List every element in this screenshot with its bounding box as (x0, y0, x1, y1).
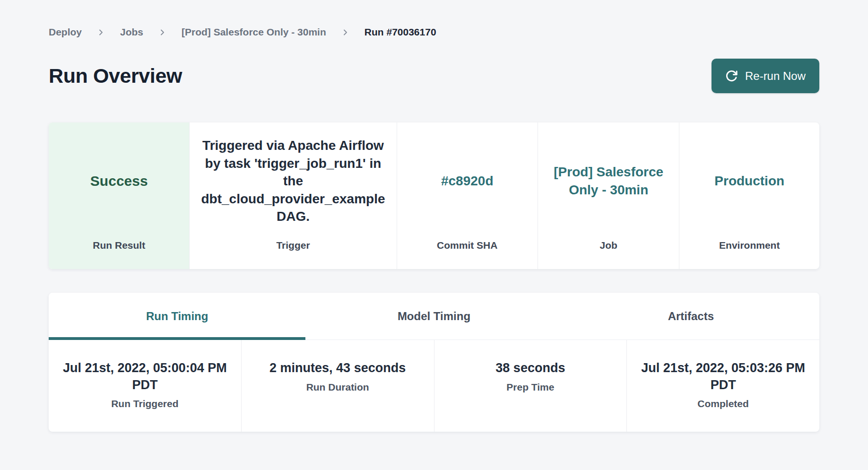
refresh-icon (725, 70, 738, 82)
run-summary-card: Success Run Result Triggered via Apache … (49, 122, 819, 269)
tab-bar: Run Timing Model Timing Artifacts (49, 293, 819, 340)
run-duration-value: 2 minutes, 43 seconds (256, 360, 419, 377)
chevron-right-icon (97, 29, 104, 36)
breadcrumb-item-run-number: Run #70036170 (365, 26, 436, 38)
environment-cell: Production Environment (679, 122, 819, 269)
tab-artifacts[interactable]: Artifacts (563, 293, 819, 339)
prep-time-value: 38 seconds (482, 360, 578, 377)
page-title: Run Overview (49, 64, 182, 87)
rerun-now-button[interactable]: Re-run Now (712, 59, 819, 93)
environment-label: Environment (719, 240, 780, 269)
run-overview-page: Deploy Jobs [Prod] Salesforce Only - 30m… (0, 0, 868, 432)
run-duration-cell: 2 minutes, 43 seconds Run Duration (242, 340, 434, 432)
completed-label: Completed (697, 398, 749, 409)
run-duration-label: Run Duration (306, 382, 369, 393)
environment-link[interactable]: Production (714, 172, 784, 190)
commit-sha-link[interactable]: #c8920d (441, 172, 494, 190)
chevron-right-icon (342, 29, 349, 36)
breadcrumb-item-jobs[interactable]: Jobs (120, 26, 143, 38)
chevron-right-icon (159, 29, 166, 36)
completed-cell: Jul 21st, 2022, 05:03:26 PM PDT Complete… (627, 340, 819, 432)
tab-run-timing[interactable]: Run Timing (49, 293, 305, 339)
prep-time-cell: 38 seconds Prep Time (434, 340, 627, 432)
run-triggered-cell: Jul 21st, 2022, 05:00:04 PM PDT Run Trig… (49, 340, 242, 432)
run-result-cell: Success Run Result (49, 122, 190, 269)
run-detail-card: Run Timing Model Timing Artifacts Jul 21… (49, 293, 819, 432)
trigger-label: Trigger (276, 240, 310, 269)
run-timing-panel: Jul 21st, 2022, 05:00:04 PM PDT Run Trig… (49, 340, 819, 432)
commit-sha-cell: #c8920d Commit SHA (397, 122, 538, 269)
trigger-cell: Triggered via Apache Airflow by task 'tr… (190, 122, 397, 269)
job-label: Job (600, 240, 617, 269)
run-triggered-label: Run Triggered (111, 398, 178, 409)
rerun-now-button-label: Re-run Now (745, 70, 806, 83)
header-row: Run Overview Re-run Now (49, 59, 819, 93)
run-triggered-value: Jul 21st, 2022, 05:00:04 PM PDT (49, 360, 241, 393)
commit-sha-label: Commit SHA (437, 240, 497, 269)
prep-time-label: Prep Time (506, 382, 554, 393)
completed-value: Jul 21st, 2022, 05:03:26 PM PDT (627, 360, 819, 393)
job-cell: [Prod] Salesforce Only - 30min Job (538, 122, 679, 269)
trigger-value: Triggered via Apache Airflow by task 'tr… (201, 137, 385, 226)
run-result-label: Run Result (93, 240, 145, 269)
job-link[interactable]: [Prod] Salesforce Only - 30min (549, 163, 668, 199)
run-result-value: Success (90, 172, 148, 191)
tab-model-timing[interactable]: Model Timing (305, 293, 562, 339)
breadcrumb: Deploy Jobs [Prod] Salesforce Only - 30m… (49, 0, 819, 38)
breadcrumb-item-job-name[interactable]: [Prod] Salesforce Only - 30min (182, 26, 326, 38)
breadcrumb-item-deploy[interactable]: Deploy (49, 26, 82, 38)
